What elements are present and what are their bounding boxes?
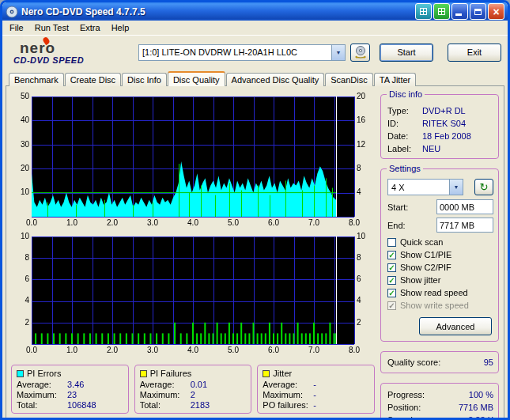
refresh-icon: ↻ [480,181,489,193]
stat-panel-title-text: PI Errors [27,369,61,378]
field-label: Position: [387,401,421,414]
titlebar-buttons: × [415,3,504,20]
disc-quality-page: PI ErrorsAverage:3.46Maximum:23Total:106… [6,85,504,420]
field-label: Speed: [387,414,415,420]
quality-score-group: Quality score: 95 [380,351,499,373]
checkbox-box-icon[interactable]: ✓ [387,263,396,272]
disc-tray-button[interactable] [350,44,370,62]
tab-benchmark[interactable]: Benchmark [9,73,64,86]
stat-panel-title: Jitter [263,369,371,378]
speed-row: 4 X ▼ ↻ [387,179,493,195]
end-input[interactable] [436,218,493,233]
nero-logo: nero CD-DVD SPEED [9,40,134,65]
drive-select-value: [1:0] LITE-ON DVDRW LH-20A1H LL0C [139,47,331,57]
close-button[interactable]: × [488,3,504,20]
series-color-swatch [140,370,147,377]
checkbox-box-icon[interactable]: ✓ [387,251,396,259]
quality-score-label: Quality score: [387,356,440,369]
dropdown-arrow-icon[interactable]: ▼ [331,45,345,60]
checkbox-show-c2-pif[interactable]: ✓Show C2/PIF [387,261,493,274]
tab-strip: BenchmarkCreate DiscDisc InfoDisc Qualit… [2,70,508,86]
minimize-button[interactable] [451,3,468,20]
field-value: 18 Feb 2008 [422,130,471,142]
stat-panel-title-text: PI Failures [150,369,192,378]
stat-value: 23 [67,390,77,400]
menu-help[interactable]: Help [106,21,135,34]
settings-group: Settings 4 X ▼ ↻ Start: End: Quick scan✓ [380,168,499,342]
maximize-icon [474,9,482,15]
stat-label: Average: [140,380,191,390]
checkbox-box-icon: ✓ [387,301,396,310]
checkbox-box-icon[interactable] [387,238,396,247]
grid-icon [420,8,427,15]
stat-row: PO failures:- [263,400,371,411]
tab-advanced-disc-quality[interactable]: Advanced Disc Quality [226,73,325,86]
progress-rows: Progress:100 %Position:7716 MBSpeed:3.83… [387,388,493,420]
titlebar-extra-button-2[interactable] [433,3,450,20]
start-button[interactable]: Start [380,44,433,62]
field-value: 100 % [469,388,493,401]
disc-info-rows: Type:DVD+R DLID:RITEK S04Date:18 Feb 200… [387,104,493,155]
menu-run-test[interactable]: Run Test [29,21,74,34]
field-value: RITEK S04 [422,117,466,130]
stat-label: Average: [17,380,67,390]
maximize-button[interactable] [470,3,486,20]
stat-row: Total:2183 [140,400,248,411]
exit-button[interactable]: Exit [448,44,501,62]
checkbox-box-icon[interactable]: ✓ [387,289,396,297]
stats-row: PI ErrorsAverage:3.46Maximum:23Total:106… [11,365,375,414]
checkbox-show-read-speed[interactable]: ✓Show read speed [387,286,493,299]
checkbox-quick-scan[interactable]: Quick scan [387,236,493,248]
stat-value: 3.46 [67,380,84,390]
checkbox-label: Show write speed [400,301,469,310]
logo-text: nero [20,40,55,56]
title-bar[interactable]: Nero CD-DVD Speed 4.7.7.5 × [2,2,508,21]
dropdown-arrow-icon[interactable]: ▼ [449,180,463,195]
settings-title: Settings [387,164,423,173]
sidebar: Disc info Type:DVD+R DLID:RITEK S04Date:… [380,93,499,420]
minimize-icon [455,13,462,16]
drive-select[interactable]: [1:0] LITE-ON DVDRW LH-20A1H LL0C ▼ [138,44,346,61]
checkbox-label: Show C1/PIE [400,250,451,259]
tab-create-disc[interactable]: Create Disc [65,73,121,86]
menu-extra[interactable]: Extra [74,21,106,34]
stat-row: Maximum:2 [140,390,248,400]
checkbox-show-c1-pie[interactable]: ✓Show C1/PIE [387,248,493,261]
field-value: DVD+R DL [422,104,466,117]
start-input[interactable] [436,199,493,214]
menu-bar: FileRun TestExtraHelp [2,21,508,36]
stat-panel-pi-errors: PI ErrorsAverage:3.46Maximum:23Total:106… [11,365,129,414]
stat-label: Total: [140,400,191,411]
field-label: Progress: [387,388,425,401]
refresh-speeds-button[interactable]: ↻ [474,179,493,195]
advanced-button[interactable]: Advanced [419,317,492,335]
tab-disc-quality[interactable]: Disc Quality [168,71,225,86]
stat-row: Average:0.01 [140,380,248,390]
field-row: Label:NEU [387,142,493,155]
checkbox-show-jitter[interactable]: ✓Show jitter [387,274,493,286]
stat-panel-title-text: Jitter [273,369,292,378]
speed-select[interactable]: 4 X ▼ [387,179,463,195]
titlebar-extra-button-1[interactable] [415,3,432,20]
field-label: Date: [387,130,422,142]
end-field-row: End: [387,218,493,233]
menu-file[interactable]: File [4,21,29,34]
field-row: Speed:3.83 X [387,414,493,420]
tab-ta-jitter[interactable]: TA Jitter [374,73,417,86]
stat-value: - [313,400,316,411]
stat-label: Maximum: [17,390,67,400]
disc-info-title: Disc info [387,89,425,99]
series-color-swatch [263,370,270,377]
tab-scandisc[interactable]: ScanDisc [325,73,372,86]
close-icon: × [493,6,499,17]
logo-subtext: CD-DVD SPEED [9,56,134,65]
tab-disc-info[interactable]: Disc Info [122,73,167,86]
quality-score-row: Quality score: 95 [387,356,493,369]
start-field-row: Start: [387,199,493,214]
stat-label: Maximum: [263,390,313,400]
stat-value: 2183 [191,400,210,411]
field-label: Label: [387,142,422,155]
field-row: Type:DVD+R DL [387,104,493,117]
checkbox-box-icon[interactable]: ✓ [387,276,396,285]
toolbar: nero CD-DVD SPEED [1:0] LITE-ON DVDRW LH… [2,36,508,70]
